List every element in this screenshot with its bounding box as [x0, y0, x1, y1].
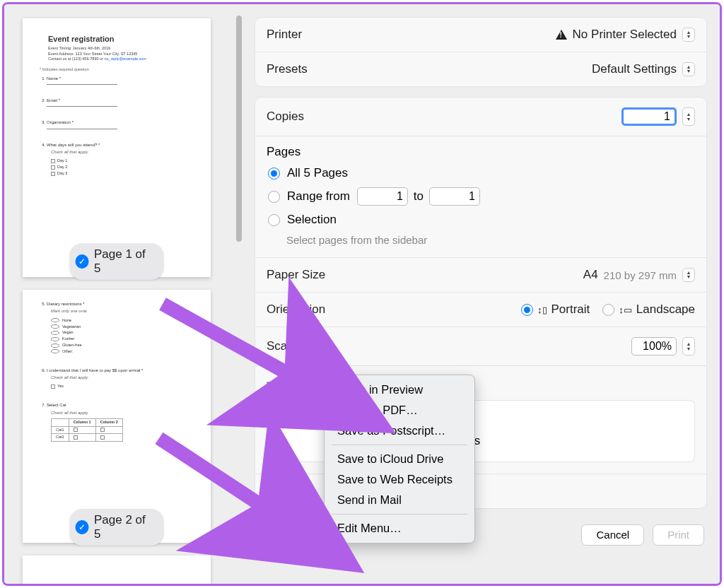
- layout-section[interactable]: ▸ out: [255, 474, 706, 508]
- paper-select[interactable]: A4 210 by 297 mm ▲▼: [583, 268, 695, 282]
- radio-portrait[interactable]: [521, 304, 533, 316]
- radio-all-pages[interactable]: [268, 167, 280, 180]
- printer-label: Printer: [267, 28, 302, 42]
- paper-label: Paper Size: [267, 268, 325, 282]
- stepper-icon[interactable]: ▲▼: [682, 107, 695, 126]
- menu-save-pdf[interactable]: Save as PDF…: [325, 400, 474, 421]
- warning-icon: [556, 30, 567, 40]
- print-dialog: Printer No Printer Selected ▲▼ Presets D…: [245, 4, 720, 584]
- menu-save-icloud[interactable]: Save to iCloud Drive: [325, 449, 474, 469]
- radio-selection[interactable]: [268, 214, 280, 226]
- presets-label: Presets: [267, 62, 308, 76]
- printer-select[interactable]: No Printer Selected ▲▼: [556, 28, 695, 42]
- portrait-icon: ↕▯: [537, 305, 547, 315]
- pdf-button[interactable]: PDF: [284, 525, 321, 545]
- check-icon[interactable]: ✓: [76, 254, 89, 269]
- orientation-label: Orientation: [267, 302, 325, 317]
- menu-send-mail[interactable]: Send in Mail: [325, 490, 474, 510]
- landscape-icon: ↕▭: [619, 305, 632, 315]
- safari-section[interactable]: ▾ Safari: [255, 365, 706, 400]
- page-badge-1: ✓ Page 1 of 5: [70, 243, 164, 280]
- radio-range[interactable]: [268, 191, 280, 203]
- chevron-updown-icon: ▲▼: [682, 268, 695, 282]
- menu-open-preview[interactable]: Open in Preview: [325, 380, 474, 400]
- copies-input[interactable]: [621, 107, 677, 126]
- pages-label: Pages: [267, 145, 695, 159]
- scaling-label: Scaling: [267, 339, 306, 353]
- pages-hint: Select pages from the sidebar: [286, 234, 695, 246]
- cancel-button[interactable]: Cancel: [581, 524, 644, 546]
- presets-select[interactable]: Default Settings ▲▼: [592, 62, 695, 76]
- chevron-down-icon: ▾: [267, 379, 271, 388]
- range-from-input[interactable]: [357, 187, 408, 206]
- scaling-input[interactable]: [631, 337, 677, 355]
- form-title: Event registration: [48, 34, 202, 45]
- copies-label: Copies: [267, 110, 304, 124]
- radio-landscape[interactable]: [602, 304, 614, 316]
- help-button[interactable]: ?: [257, 525, 277, 545]
- chevron-updown-icon: ▲▼: [682, 62, 695, 76]
- menu-save-webreceipts[interactable]: Save to Web Receipts: [325, 469, 474, 490]
- chevron-right-icon: ▸: [267, 486, 271, 495]
- range-to-input[interactable]: [429, 187, 480, 206]
- page-thumbnail-2[interactable]: Dietary restrictions * Mark only one ova…: [23, 290, 211, 543]
- stepper-icon[interactable]: ▲▼: [682, 337, 695, 355]
- check-icon[interactable]: ✓: [76, 520, 89, 534]
- page-thumbnail-1[interactable]: Event registration Event Timing: January…: [23, 18, 211, 277]
- chevron-updown-icon: ▲▼: [682, 28, 695, 42]
- print-button[interactable]: Print: [653, 524, 704, 546]
- preview-sidebar: Event registration Event Timing: January…: [4, 4, 245, 584]
- page-badge-2: ✓ Page 2 of 5: [70, 509, 164, 546]
- pdf-dropdown-menu: Open in Preview Save as PDF… Save as Pos…: [324, 375, 475, 543]
- menu-save-postscript[interactable]: Save as Postscript…: [325, 421, 474, 441]
- scrollbar[interactable]: [236, 16, 242, 242]
- page-thumbnail-3[interactable]: [23, 555, 211, 584]
- menu-edit-menu[interactable]: Edit Menu…: [325, 518, 474, 539]
